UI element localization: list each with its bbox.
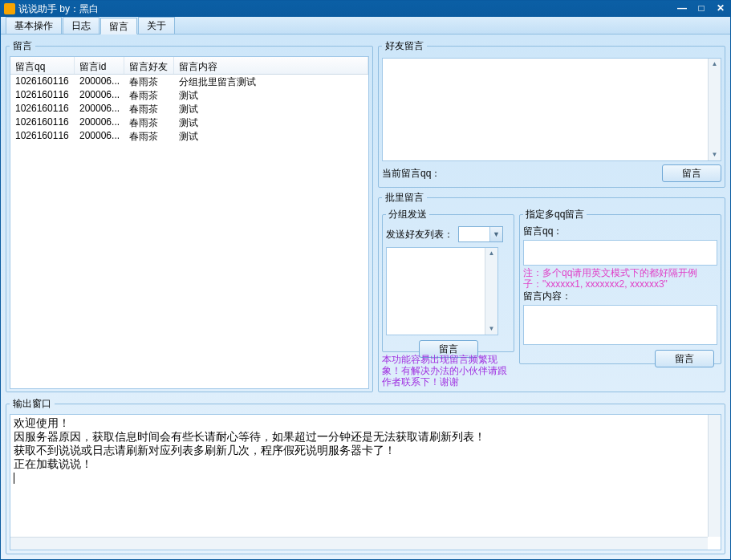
- table-row[interactable]: 1026160116200006...春雨茶测试: [10, 116, 368, 129]
- scrollbar-vertical[interactable]: [485, 248, 497, 335]
- friend-message-group: 好友留言 当前留言qq： 留言: [378, 39, 725, 188]
- scrollbar-vertical[interactable]: [708, 415, 721, 537]
- cell-id: 200006...: [75, 75, 124, 88]
- current-qq-label: 当前留言qq：: [382, 167, 441, 181]
- cell-id: 200006...: [75, 129, 124, 143]
- multi-qq-legend: 指定多qq留言: [523, 208, 587, 221]
- scrollbar-horizontal[interactable]: [10, 537, 708, 550]
- th-id[interactable]: 留言id: [75, 57, 124, 74]
- multi-qq-label: 留言qq：: [523, 225, 717, 238]
- cell-content: 分组批里留言测试: [174, 75, 368, 88]
- th-qq[interactable]: 留言qq: [10, 57, 75, 74]
- multi-qq-group: 指定多qq留言 留言qq： 注：多个qq请用英文模式下的都好隔开例子："xxxx…: [519, 208, 721, 364]
- group-send-legend: 分组发送: [386, 208, 429, 221]
- chevron-down-icon[interactable]: ▼: [489, 227, 502, 241]
- tab-log[interactable]: 日志: [63, 17, 99, 34]
- cell-id: 200006...: [75, 88, 124, 102]
- cell-friend: 春雨茶: [124, 129, 174, 143]
- friend-list-label: 发送好友列表：: [386, 228, 453, 241]
- cell-qq: 1026160116: [10, 129, 75, 143]
- maximize-button[interactable]: □: [695, 3, 708, 14]
- cell-friend: 春雨茶: [124, 102, 174, 116]
- tab-basic[interactable]: 基本操作: [6, 17, 62, 34]
- th-content[interactable]: 留言内容: [174, 57, 368, 74]
- cell-friend: 春雨茶: [124, 88, 174, 102]
- table-row[interactable]: 1026160116200006...春雨茶测试: [10, 102, 368, 116]
- scrollbar-vertical[interactable]: [708, 59, 721, 160]
- app-window: 说说助手 by：黑白 — □ ✕ 基本操作 日志 留言 关于 留言 留言qq 留…: [0, 0, 731, 560]
- cell-qq: 1026160116: [10, 88, 75, 102]
- table-row[interactable]: 1026160116200006...春雨茶测试: [10, 88, 368, 102]
- tab-message[interactable]: 留言: [100, 18, 137, 34]
- message-group: 留言 留言qq 留言id 留言好友 留言内容 1026160116200006.…: [6, 39, 373, 392]
- cell-qq: 1026160116: [10, 102, 75, 116]
- batch-warning: 本功能容易出现留言频繁现象！有解决办法的小伙伴请跟作者联系下！谢谢: [382, 354, 514, 388]
- output-textarea[interactable]: 欢迎使用！ 因服务器原因，获取信息时间会有些长请耐心等待，如果超过一分钟还是无法…: [10, 414, 721, 550]
- text-caret: [14, 473, 14, 484]
- message-group-legend: 留言: [10, 39, 35, 53]
- friend-list-combo[interactable]: ▼: [458, 226, 503, 242]
- friend-message-textarea[interactable]: [382, 58, 721, 161]
- multi-qq-content-input[interactable]: [523, 305, 717, 345]
- output-group: 输出窗口 欢迎使用！ 因服务器原因，获取信息时间会有些长请耐心等待，如果超过一分…: [6, 397, 725, 554]
- tab-bar: 基本操作 日志 留言 关于: [1, 17, 730, 34]
- output-text: 欢迎使用！ 因服务器原因，获取信息时间会有些长请耐心等待，如果超过一分钟还是无法…: [14, 416, 485, 470]
- friend-list-input[interactable]: [459, 227, 489, 241]
- app-icon: [4, 3, 15, 14]
- message-table[interactable]: 留言qq 留言id 留言好友 留言内容 1026160116200006...春…: [10, 56, 369, 389]
- titlebar[interactable]: 说说助手 by：黑白 — □ ✕: [1, 1, 730, 17]
- cell-content: 测试: [174, 129, 368, 143]
- friend-message-button[interactable]: 留言: [662, 164, 721, 182]
- content-area: 留言 留言qq 留言id 留言好友 留言内容 1026160116200006.…: [1, 34, 730, 559]
- window-title: 说说助手 by：黑白: [18, 2, 676, 16]
- table-row[interactable]: 1026160116200006...春雨茶分组批里留言测试: [10, 75, 368, 88]
- cell-id: 200006...: [75, 116, 124, 129]
- minimize-button[interactable]: —: [676, 3, 688, 14]
- cell-friend: 春雨茶: [124, 75, 174, 88]
- cell-id: 200006...: [75, 102, 124, 116]
- output-legend: 输出窗口: [10, 397, 55, 411]
- batch-message-legend: 批里留言: [382, 191, 427, 205]
- cell-content: 测试: [174, 116, 368, 129]
- table-header: 留言qq 留言id 留言好友 留言内容: [10, 57, 368, 75]
- multi-qq-input[interactable]: [523, 240, 717, 266]
- group-send-group: 分组发送 发送好友列表： ▼: [382, 208, 514, 352]
- th-friend[interactable]: 留言好友: [124, 57, 174, 74]
- friend-message-legend: 好友留言: [382, 39, 427, 53]
- friend-listbox[interactable]: [386, 247, 498, 335]
- batch-message-group: 批里留言 分组发送 发送好友列表： ▼: [378, 191, 725, 392]
- cell-qq: 1026160116: [10, 75, 75, 88]
- cell-content: 测试: [174, 88, 368, 102]
- multi-qq-button[interactable]: 留言: [655, 350, 714, 367]
- cell-friend: 春雨茶: [124, 116, 174, 129]
- multi-qq-note: 注：多个qq请用英文模式下的都好隔开例子："xxxxxx1, xxxxxxx2,…: [523, 267, 717, 290]
- table-row[interactable]: 1026160116200006...春雨茶测试: [10, 129, 368, 143]
- cell-content: 测试: [174, 102, 368, 116]
- tab-about[interactable]: 关于: [138, 17, 175, 34]
- close-button[interactable]: ✕: [714, 3, 727, 14]
- cell-qq: 1026160116: [10, 116, 75, 129]
- multi-qq-content-label: 留言内容：: [523, 290, 717, 303]
